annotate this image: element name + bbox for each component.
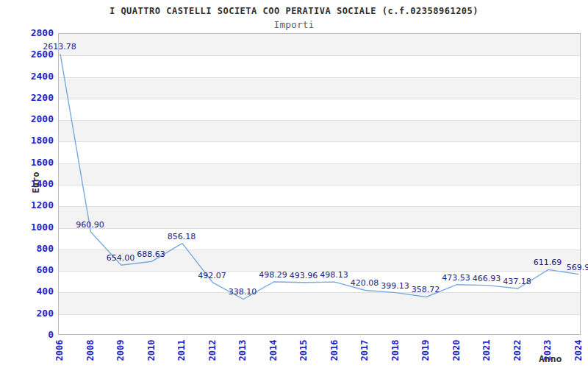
x-tick-label: 2012 — [207, 336, 218, 365]
x-tick-label: 2006 — [54, 336, 65, 365]
y-tick-label: 1800 — [15, 135, 54, 146]
value-label: 338.10 — [213, 287, 272, 297]
value-label: 688.63 — [122, 250, 181, 259]
value-label: 856.18 — [152, 232, 211, 241]
chart-subtitle: Importi — [0, 19, 588, 30]
plot-area — [58, 33, 581, 335]
y-tick-label: 0 — [15, 329, 54, 341]
y-tick-label: 2200 — [15, 92, 54, 104]
x-tick-label: 2008 — [85, 336, 96, 365]
value-label: 358.72 — [396, 285, 455, 294]
data-line-svg — [59, 34, 581, 336]
y-tick-label: 2400 — [15, 71, 54, 82]
y-tick-label: 600 — [15, 264, 54, 276]
x-tick-label: 2021 — [481, 336, 492, 365]
y-tick-label: 1200 — [15, 199, 54, 211]
y-tick-label: 1000 — [15, 222, 54, 233]
x-tick-label: 2020 — [451, 336, 462, 365]
chart-title: I QUATTRO CASTELLI SOCIETA COO PERATIVA … — [0, 6, 588, 16]
x-tick-label: 2011 — [176, 336, 187, 365]
x-tick-label: 2022 — [512, 336, 523, 365]
x-tick-label: 2017 — [359, 336, 370, 365]
value-label: 2613.78 — [30, 42, 89, 52]
x-tick-label: 2015 — [298, 336, 309, 365]
value-label: 492.07 — [183, 271, 242, 280]
value-label: 569.9 — [549, 263, 588, 272]
x-tick-label: 2009 — [115, 336, 126, 365]
x-tick-label: 2010 — [146, 336, 157, 365]
x-axis-title: Anno — [539, 354, 581, 364]
y-tick-label: 2000 — [15, 113, 54, 125]
y-tick-label: 400 — [15, 286, 54, 297]
value-label: 960.90 — [61, 220, 120, 230]
importi-line-chart: I QUATTRO CASTELLI SOCIETA COO PERATIVA … — [0, 0, 588, 368]
y-tick-label: 200 — [15, 308, 54, 319]
x-tick-label: 2018 — [390, 336, 401, 365]
x-tick-label: 2013 — [237, 336, 248, 365]
x-tick-label: 2016 — [329, 336, 340, 365]
y-tick-label: 800 — [15, 243, 54, 255]
y-axis-title: Euro — [31, 165, 41, 200]
y-tick-label: 2800 — [15, 27, 54, 39]
x-tick-label: 2019 — [420, 336, 431, 365]
value-label: 437.18 — [488, 277, 547, 286]
x-tick-label: 2014 — [268, 336, 279, 365]
